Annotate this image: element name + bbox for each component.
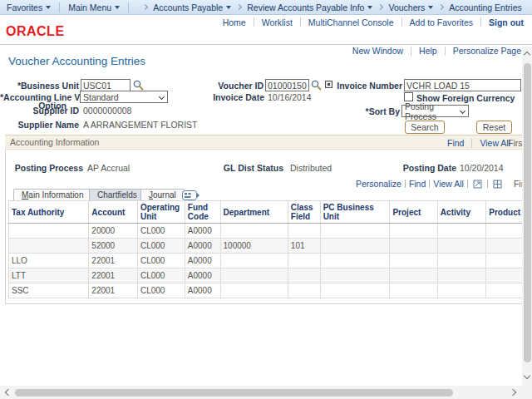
search-button[interactable]: Search xyxy=(405,121,445,134)
grid-cell xyxy=(320,283,390,298)
personalize-page-link[interactable]: Personalize Page xyxy=(453,46,521,56)
grid-cell xyxy=(288,254,320,268)
reset-button[interactable]: Reset xyxy=(476,121,512,134)
column-header[interactable]: Operating Unit xyxy=(137,201,185,224)
grid-cell xyxy=(288,224,320,239)
voucher-id-lookup-icon[interactable] xyxy=(311,80,322,91)
divider xyxy=(487,180,488,188)
home-link[interactable]: Home xyxy=(223,17,246,27)
voucher-id-label: Voucher ID xyxy=(175,81,264,91)
breadcrumb-chevron-icon xyxy=(438,4,444,10)
section-view-all-link[interactable]: View All xyxy=(480,138,510,148)
chevron-down-icon xyxy=(367,6,372,9)
add-to-favorites-link[interactable]: Add to Favorites xyxy=(410,17,473,27)
column-header[interactable]: Fund Code xyxy=(185,201,220,224)
table-row: 52000CL000A0000100000101 xyxy=(9,239,532,254)
scroll-left-icon[interactable] xyxy=(2,387,12,398)
grid-cell: CL000 xyxy=(137,239,185,254)
breadcrumb-item-review-ap-info[interactable]: Review Accounts Payable Info xyxy=(247,2,372,12)
column-header[interactable]: Project xyxy=(390,201,437,224)
grid-cell xyxy=(9,224,89,239)
voucher-id-input[interactable] xyxy=(265,79,309,91)
grid-find-link[interactable]: Find xyxy=(409,179,426,189)
grid-cell xyxy=(437,254,485,268)
worklist-link[interactable]: Worklist xyxy=(262,17,293,27)
tab-chartfields[interactable]: Chartfields xyxy=(89,189,145,200)
chevron-down-icon xyxy=(460,108,466,114)
column-header[interactable]: Account xyxy=(89,201,138,224)
grid-cell xyxy=(437,224,485,239)
business-unit-input[interactable] xyxy=(81,79,131,91)
column-header[interactable]: Department xyxy=(220,201,288,224)
grid-cell xyxy=(320,239,390,254)
column-header[interactable]: Activity xyxy=(437,201,485,224)
grid-cell xyxy=(390,239,437,254)
multichannel-console-link[interactable]: MultiChannel Console xyxy=(308,17,394,27)
posting-process-label: Posting Process xyxy=(0,163,83,173)
chevron-down-icon xyxy=(46,6,51,9)
download-to-excel-icon[interactable] xyxy=(493,180,502,189)
grid-cell: A0000 xyxy=(185,254,220,268)
chevron-down-icon xyxy=(115,6,120,9)
help-link[interactable]: Help xyxy=(419,46,437,56)
divider xyxy=(467,180,468,188)
tab-main-information[interactable]: Main Information xyxy=(13,189,92,200)
scroll-up-icon[interactable] xyxy=(522,48,532,60)
invoice-number-input[interactable] xyxy=(404,79,521,91)
supplier-id-label: Supplier ID xyxy=(0,106,79,116)
grid-view-all-link[interactable]: View All xyxy=(433,179,464,189)
vertical-scrollbar[interactable] xyxy=(522,47,532,384)
column-header[interactable]: PC Business Unit xyxy=(320,201,390,224)
column-header[interactable]: Class Field xyxy=(288,201,320,224)
accounting-line-view-select[interactable]: Standard xyxy=(80,91,168,103)
posting-date-value: 10/20/2014 xyxy=(460,163,504,173)
breadcrumb-item-main-menu[interactable]: Main Menu xyxy=(68,2,120,12)
supplier-id-value: 0000000008 xyxy=(83,106,131,116)
tab-journal[interactable]: Journal xyxy=(140,189,185,200)
horizontal-scrollbar-thumb[interactable] xyxy=(15,389,453,397)
divider xyxy=(445,47,446,56)
column-header[interactable]: Tax Authority xyxy=(9,201,89,224)
show-foreign-currency-checkbox[interactable] xyxy=(404,92,413,101)
divider xyxy=(480,17,481,27)
breadcrumb-item-accounts-payable[interactable]: Accounts Payable xyxy=(153,2,231,12)
grid-cell: A0000 xyxy=(185,283,220,298)
breadcrumb-chevron-icon xyxy=(236,4,242,10)
breadcrumb-item-vouchers[interactable]: Vouchers xyxy=(388,2,433,12)
personalize-link[interactable]: Personalize xyxy=(356,179,401,189)
breadcrumb-item-accounting-entries[interactable]: Accounting Entries xyxy=(449,2,522,12)
scrollbar-corner xyxy=(522,384,532,399)
grid-cell: CL000 xyxy=(137,283,185,298)
related-actions-icon[interactable] xyxy=(325,81,332,88)
utility-bar: Home Worklist MultiChannel Console Add t… xyxy=(0,15,532,29)
grid-cell: SSC xyxy=(9,283,89,298)
voucher-accounting-entries-page: Favorites Main Menu Accounts Payable Rev… xyxy=(0,0,532,399)
scroll-down-icon[interactable] xyxy=(522,371,532,382)
grid-cell xyxy=(390,254,437,268)
chevron-down-icon xyxy=(159,94,165,100)
sign-out-link[interactable]: Sign out xyxy=(489,17,524,27)
new-window-link[interactable]: New Window xyxy=(352,46,403,56)
business-unit-label: *Business Unit xyxy=(0,81,79,91)
posting-date-label: Posting Date xyxy=(382,163,456,173)
table-row: LTT22001CL000A0000 xyxy=(9,268,532,283)
grid-cell xyxy=(437,239,485,254)
invoice-date-value: 10/16/2014 xyxy=(268,92,312,102)
grid-cell xyxy=(437,268,485,283)
grid-cell xyxy=(390,268,437,283)
business-unit-lookup-icon[interactable] xyxy=(133,80,144,91)
oracle-logo: ORACLE xyxy=(6,24,65,39)
vertical-scrollbar-thumb[interactable] xyxy=(524,63,531,362)
gl-dist-status-value: Distributed xyxy=(290,163,332,173)
scroll-right-icon[interactable] xyxy=(509,387,519,398)
horizontal-scrollbar[interactable] xyxy=(0,386,522,399)
grid-cell: LTT xyxy=(9,268,89,283)
grid-toolbar: Personalize Find View All First 1-5 of 5 xyxy=(356,179,532,189)
section-find-link[interactable]: Find xyxy=(447,138,464,148)
grid-cell: 22001 xyxy=(89,268,138,283)
sort-by-select[interactable]: Posting Process xyxy=(401,105,469,117)
breadcrumb-item-favorites[interactable]: Favorites xyxy=(7,2,51,12)
zoom-grid-icon[interactable] xyxy=(473,180,482,189)
divider xyxy=(405,180,406,188)
grid-cell: 100000 xyxy=(220,239,288,254)
